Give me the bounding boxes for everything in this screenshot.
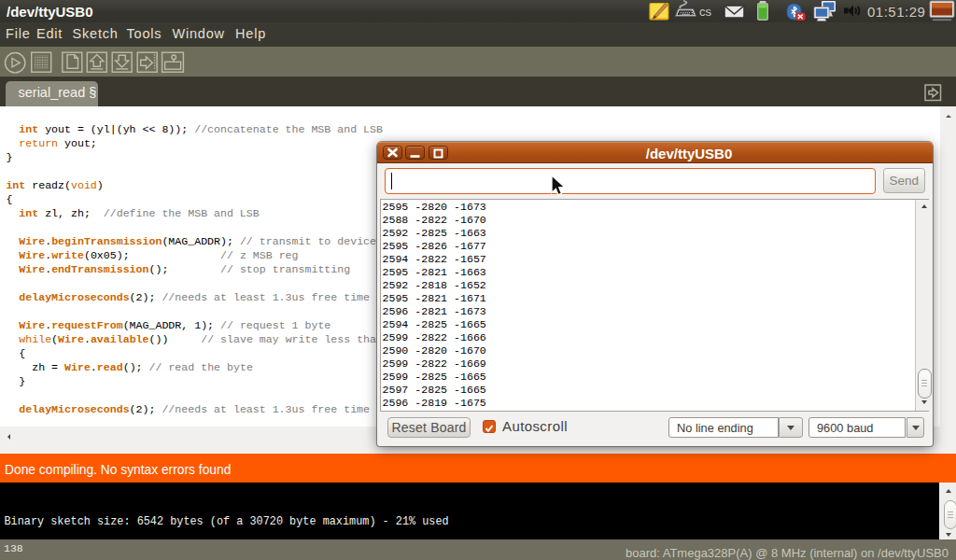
svg-text:cs: cs [699,5,712,19]
